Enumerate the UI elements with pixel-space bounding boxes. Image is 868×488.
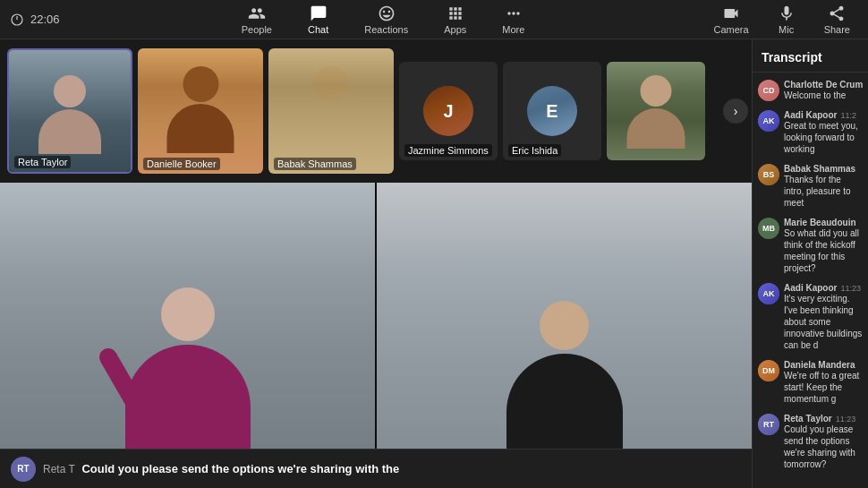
video-area: Reta Taylor Danielle Booker — [0, 39, 752, 488]
nav-people[interactable]: People — [234, 1, 279, 39]
msg-babak-t: BS Babak Shammas Thanks for the intro, p… — [758, 164, 863, 209]
msg-marie: MB Marie Beaudouin So what did you all t… — [758, 218, 863, 274]
msg-time-aadi2: 11:23 — [840, 284, 861, 293]
people-icon — [248, 4, 266, 22]
msg-content-charlotte: Charlotte De Crum Welcome to the — [784, 80, 863, 101]
nav-chat[interactable]: Chat — [301, 1, 336, 39]
msg-text-babak-t: Thanks for the intro, pleasure to meet — [784, 174, 863, 209]
reactions-label: Reactions — [364, 24, 408, 35]
msg-name-daniela: Daniela Mandera — [784, 360, 855, 370]
notif-message: Could you please send the options we're … — [81, 462, 399, 475]
notif-name-label: Reta T — [43, 463, 75, 475]
msg-text-reta-t: Could you please send the options we're … — [784, 424, 863, 470]
top-bar-left: 22:06 — [11, 13, 60, 26]
chat-label: Chat — [308, 24, 328, 35]
thumb-label-babak: Babak Shammas — [274, 158, 356, 170]
msg-aadi2: AK Aadi Kapoor 11:23 It's very exciting.… — [758, 283, 863, 351]
apps-label: Apps — [444, 24, 466, 35]
nav-more[interactable]: More — [495, 1, 532, 39]
transcript-header: Transcript — [753, 39, 868, 73]
avatar-marie: MB — [758, 218, 779, 239]
msg-text-marie: So what did you all think of the kickoff… — [784, 227, 863, 274]
msg-header-babak-t: Babak Shammas — [784, 164, 863, 174]
msg-content-babak-t: Babak Shammas Thanks for the intro, plea… — [784, 164, 863, 209]
thumb-jazmine[interactable]: J Jazmine Simmons — [399, 62, 498, 160]
msg-header-marie: Marie Beaudouin — [784, 218, 863, 227]
msg-content-aadi2: Aadi Kapoor 11:23 It's very exciting. I'… — [784, 283, 863, 351]
msg-header-aadi2: Aadi Kapoor 11:23 — [784, 283, 863, 293]
avatar-aadi2: AK — [758, 283, 779, 304]
msg-text-aadi2: It's very exciting. I've been thinking a… — [784, 293, 863, 351]
share-button[interactable]: Share — [817, 1, 857, 39]
main-video-blaise: Blaise Richer ✋ — [0, 183, 375, 488]
msg-time-reta-t: 11:23 — [836, 415, 856, 424]
camera-label: Camera — [714, 24, 749, 35]
thumb-label-danielle: Danielle Booker — [143, 158, 220, 170]
msg-name-marie: Marie Beaudouin — [784, 218, 856, 227]
nav-reactions[interactable]: Reactions — [357, 1, 415, 39]
notif-avatar-initials: RT — [17, 464, 29, 474]
app-container: 22:06 People Chat Reac — [0, 0, 868, 488]
share-label: Share — [824, 24, 850, 35]
msg-daniela: DM Daniela Mandera We're off to a great … — [758, 360, 863, 405]
msg-header-reta-t: Reta Taylor 11:23 — [784, 414, 863, 424]
avatar-babak-t: BS — [758, 164, 779, 185]
msg-reta-t: RT Reta Taylor 11:23 Could you please se… — [758, 414, 863, 470]
msg-charlotte: CD Charlotte De Crum Welcome to the — [758, 80, 863, 101]
main-video-irena: Irena Jarowska ✋ — [377, 183, 752, 488]
share-icon — [828, 4, 846, 22]
people-label: People — [242, 24, 272, 35]
thumb-extra[interactable] — [607, 62, 705, 160]
avatar-charlotte: CD — [758, 80, 779, 101]
msg-content-aadi1: Aadi Kapoor 11:2 Great to meet you, look… — [784, 110, 863, 155]
msg-time-aadi1: 11:2 — [840, 111, 856, 120]
nav-apps[interactable]: Apps — [437, 1, 473, 39]
msg-text-charlotte: Welcome to the — [784, 90, 863, 101]
msg-text-aadi1: Great to meet you, looking forward to wo… — [784, 120, 863, 155]
msg-content-daniela: Daniela Mandera We're off to a great sta… — [784, 360, 863, 405]
thumb-label-eric: Eric Ishida — [508, 144, 561, 157]
thumb-danielle[interactable]: Danielle Booker — [138, 48, 263, 174]
msg-name-charlotte: Charlotte De Crum — [784, 80, 863, 90]
msg-text-daniela: We're off to a great start! Keep the mom… — [784, 370, 863, 405]
msg-content-marie: Marie Beaudouin So what did you all thin… — [784, 218, 863, 274]
thumbnail-strip: Reta Taylor Danielle Booker — [0, 39, 752, 183]
more-icon — [505, 4, 523, 22]
windows-icon — [11, 13, 23, 26]
transcript-panel: Transcript CD Charlotte De Crum Welcome … — [752, 39, 868, 488]
main-video-grid: Blaise Richer ✋ Irena Jarowska ✋ — [0, 183, 752, 488]
msg-aadi1: AK Aadi Kapoor 11:2 Great to meet you, l… — [758, 110, 863, 155]
msg-name-aadi1: Aadi Kapoor — [784, 110, 837, 120]
thumb-eric[interactable]: E Eric Ishida — [503, 62, 601, 160]
mic-icon — [778, 4, 796, 22]
top-bar-center: People Chat Reactions Apps — [234, 1, 532, 39]
avatar-aadi1: AK — [758, 110, 779, 132]
mic-label: Mic — [779, 24, 794, 35]
mic-button[interactable]: Mic — [770, 1, 803, 39]
notif-avatar: RT — [11, 457, 36, 482]
apps-icon — [447, 4, 464, 22]
top-bar: 22:06 People Chat Reac — [0, 0, 868, 39]
notif-text: Reta T Could you please send the options… — [43, 462, 399, 475]
bottom-notification: RT Reta T Could you please send the opti… — [0, 449, 752, 488]
thumb-label-reta: Reta Taylor — [14, 156, 71, 168]
top-bar-right: Camera Mic Share — [707, 1, 857, 39]
thumb-reta[interactable]: Reta Taylor — [7, 48, 132, 174]
msg-header-aadi1: Aadi Kapoor 11:2 — [784, 110, 863, 120]
msg-header-charlotte: Charlotte De Crum — [784, 80, 863, 90]
camera-button[interactable]: Camera — [707, 1, 756, 39]
msg-header-daniela: Daniela Mandera — [784, 360, 863, 370]
msg-name-reta-t: Reta Taylor — [784, 414, 832, 424]
transcript-messages: CD Charlotte De Crum Welcome to the AK — [753, 73, 868, 488]
clock-display: 22:06 — [30, 13, 60, 26]
reactions-icon — [378, 4, 396, 22]
chat-icon — [310, 4, 328, 22]
thumb-label-jazmine: Jazmine Simmons — [404, 144, 492, 157]
msg-name-aadi2: Aadi Kapoor — [784, 283, 837, 293]
avatar-daniela: DM — [758, 360, 779, 381]
main-content: Reta Taylor Danielle Booker — [0, 39, 868, 488]
thumb-next-button[interactable]: › — [723, 98, 748, 124]
more-label: More — [502, 24, 524, 35]
msg-name-babak-t: Babak Shammas — [784, 164, 855, 174]
thumb-babak[interactable]: Babak Shammas — [268, 48, 394, 174]
